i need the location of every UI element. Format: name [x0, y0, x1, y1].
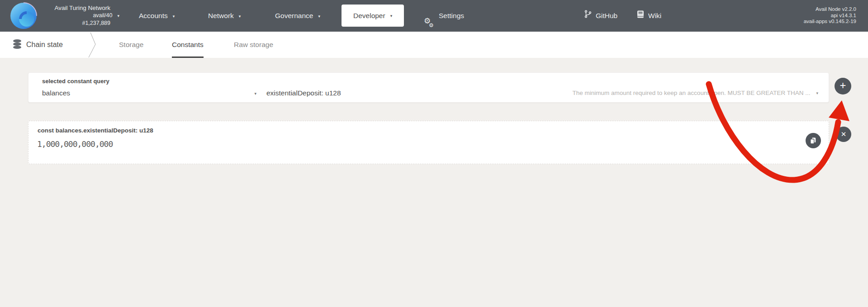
page: Avail Turing Network avail/40▾ #1,237,88…	[0, 0, 868, 307]
tab-bar: Chain state Storage Constants Raw storag…	[0, 32, 868, 58]
wiki-label: Wiki	[648, 12, 661, 19]
section-chain-state: Chain state	[13, 32, 63, 58]
plus-icon: +	[840, 79, 846, 91]
node-version: Avail Node v2.2.0	[804, 6, 856, 13]
result-value: 1,000,000,000,000	[37, 139, 113, 149]
caret-down-icon: ▾	[173, 0, 175, 32]
wiki-link[interactable]: Wiki	[637, 0, 661, 32]
menu-developer-label: Developer	[353, 12, 385, 19]
menu-developer-active[interactable]: Developer▾	[342, 5, 404, 27]
tab-constants[interactable]: Constants	[172, 32, 204, 58]
section-label: Chain state	[26, 41, 63, 49]
caret-down-icon: ▾	[239, 0, 241, 32]
constant-query-card: selected constant query balances ▾ exist…	[28, 72, 829, 103]
caret-down-icon: ▾	[117, 12, 119, 19]
menu-governance-label: Governance	[275, 12, 313, 19]
copy-button[interactable]	[806, 133, 821, 148]
apps-version: avail-apps v0.145.2-19	[804, 19, 856, 25]
menu-network[interactable]: Network▾	[208, 0, 241, 32]
caret-down-icon: ▾	[254, 91, 256, 96]
database-icon	[13, 39, 22, 51]
breadcrumb-divider	[85, 32, 99, 60]
constant-help-text: The minimum amount required to keep an a…	[572, 90, 810, 96]
chain-spec: avail/40▾	[27, 12, 110, 19]
module-select-value: balances	[42, 87, 259, 99]
result-heading: const balances.existentialDeposit: u128	[38, 127, 153, 134]
menu-governance[interactable]: Governance▾	[275, 0, 320, 32]
constant-select-value[interactable]: existentialDeposit: u128	[266, 87, 341, 99]
query-field-label: selected constant query	[42, 78, 109, 85]
query-result-card: const balances.existentialDeposit: u128 …	[28, 121, 829, 164]
constant-help-dropdown[interactable]: The minimum amount required to keep an a…	[572, 87, 818, 99]
menu-settings[interactable]: ⚙⚙Settings	[424, 0, 464, 32]
close-result-button[interactable]: ✕	[836, 127, 851, 142]
book-icon	[637, 0, 644, 32]
menu-accounts-label: Accounts	[139, 12, 168, 19]
network-name: Avail Turing Network	[27, 4, 110, 12]
caret-down-icon: ▾	[318, 0, 320, 32]
network-selector[interactable]: Avail Turing Network avail/40▾ #1,237,88…	[27, 4, 110, 27]
tab-storage[interactable]: Storage	[119, 32, 143, 58]
menu-accounts[interactable]: Accounts▾	[139, 0, 175, 32]
top-navigation: Avail Turing Network avail/40▾ #1,237,88…	[0, 0, 868, 32]
github-link[interactable]: GitHub	[584, 0, 617, 32]
tab-raw-storage[interactable]: Raw storage	[234, 32, 273, 58]
close-icon: ✕	[841, 130, 847, 138]
caret-down-icon: ▾	[390, 5, 393, 27]
settings-gears-icon: ⚙⚙	[424, 11, 436, 22]
api-version: api v14.3.1	[804, 13, 856, 19]
module-select[interactable]: balances ▾	[42, 87, 259, 99]
version-info: Avail Node v2.2.0 api v14.3.1 avail-apps…	[804, 6, 856, 25]
github-label: GitHub	[596, 12, 617, 19]
menu-network-label: Network	[208, 12, 234, 19]
add-query-button[interactable]: +	[835, 78, 851, 94]
settings-label: Settings	[439, 12, 464, 19]
git-branch-icon	[584, 0, 592, 32]
best-block-number: #1,237,889	[27, 19, 110, 27]
caret-down-icon: ▾	[816, 87, 818, 99]
